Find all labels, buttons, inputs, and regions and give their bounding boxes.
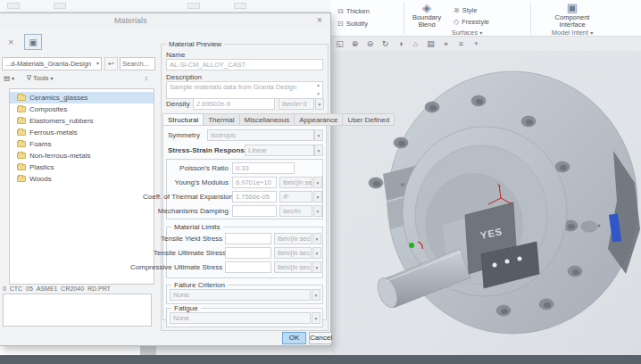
scroll-down-icon[interactable]: ▼ [314,92,322,96]
fatigue-dropdown[interactable]: None [170,312,311,324]
datum-display-icon[interactable]: ⌖ [440,38,452,50]
tree-item-plastics[interactable]: Plastics [10,161,154,173]
sort-icon: ↕ [145,74,148,82]
fatigue-dropdown-arrow[interactable]: ▾ [312,312,320,324]
tree-toolbar: ▤ ▾ ∇ Tools ▾ ↕ [4,74,155,86]
boundary-blend-button[interactable]: ◈ Boundary Blend [407,2,446,32]
component-interface-button[interactable]: ▣ Component Interface [548,2,596,32]
status-bar [0,355,641,364]
annotation-display-icon[interactable]: ≡ [455,38,467,50]
tree-item-ferrous-metals[interactable]: Ferrous-metals [10,127,154,138]
tree-item-elastomers-rubbers[interactable]: Elastomers_rubbers [10,115,154,127]
chevron-down-icon: ▾ [96,58,99,70]
model-intent-group-label[interactable]: Model Intent ▾ [532,29,612,37]
tree-item-composites[interactable]: Composites [10,103,154,115]
view-manager-icon[interactable]: ▤ [425,38,437,50]
folder-icon [17,95,26,101]
cancel-button[interactable]: Cancel [309,332,332,344]
style-icon: ≋ [454,6,460,14]
freestyle-icon: ◇ [454,18,459,26]
refit-icon[interactable]: ◱ [334,38,345,50]
panel-divider [140,346,156,355]
surfaces-group-label[interactable]: Surfaces ▾ [405,29,529,37]
library-back-button[interactable]: ↩ [104,57,118,70]
youngs-modulus-field[interactable]: 6.9701e+10 [232,177,277,188]
tensile-yield-field[interactable] [225,233,271,244]
tree-item-non-ferrous-metals[interactable]: Non-ferrous-metals [10,150,154,161]
tree-item-ceramics-glasses[interactable]: Ceramics_glasses [10,92,154,103]
model-canvas[interactable]: YES [331,51,641,355]
tab-structural[interactable]: Structural [162,113,204,126]
model-file-label: 0_CTC_05_ASME1_CR2040_RD.PRT [3,285,111,292]
failure-criterion-dropdown[interactable]: None [170,289,311,301]
mechanisms-damping-field[interactable] [232,205,277,217]
display-style-icon[interactable]: ◑ [395,38,406,50]
scroll-up-icon[interactable]: ▲ [314,83,322,87]
chevron-down-icon: ▾ [590,30,593,36]
density-value-field[interactable]: 2.69902e-9 [193,98,275,110]
dialog-titlebar[interactable]: Materials × [0,13,330,29]
materials-in-model-list[interactable] [3,294,152,327]
tab-thermal[interactable]: Thermal [204,113,239,126]
tensile-ultimate-field[interactable] [225,247,271,259]
freestyle-button[interactable]: ◇ Freestyle [454,16,489,27]
tab-user-defined[interactable]: User Defined [343,113,395,126]
mechanisms-damping-unit-dropdown[interactable]: ▾ [313,205,322,217]
material-library-dropdown[interactable]: ...d-Materials_Granta-Design ▾ [2,57,102,70]
material-category-tree[interactable]: Ceramics_glasses Composites Elastomers_r… [9,88,154,285]
tensile-ultimate-unit: lbm/(in sec^2) [274,247,312,259]
stress-strain-dropdown[interactable]: Linear [245,145,314,156]
spin-center-icon[interactable]: + [470,38,482,50]
chevron-down-icon: ▾ [12,75,14,81]
stress-strain-dropdown-arrow[interactable]: ▾ [314,145,323,156]
compressive-ultimate-unit: lbm/(in sec^2) [274,261,312,273]
thermal-expansion-field[interactable]: 1.7566e-05 [232,191,277,203]
folder-icon [17,153,26,159]
tensile-ultimate-unit-dropdown[interactable]: ▾ [312,247,321,259]
compressive-ultimate-unit-dropdown[interactable]: ▾ [312,261,321,273]
boundary-blend-icon: ◈ [422,2,431,14]
zoom-in-icon[interactable]: ⊕ [349,38,361,50]
close-icon[interactable]: × [314,15,325,25]
folder-icon [17,164,26,170]
delete-material-icon[interactable]: × [8,37,13,47]
symmetry-dropdown[interactable]: Isotropic [207,129,314,141]
component-interface-icon: ▣ [567,2,578,14]
zoom-out-icon[interactable]: ⊖ [364,38,376,50]
preview-toggle-icon[interactable]: ▣ [24,34,42,50]
symmetry-dropdown-arrow[interactable]: ▾ [314,129,323,141]
density-unit-dropdown[interactable]: ▾ [315,98,324,110]
chevron-down-icon: ▾ [51,75,54,81]
thermal-expansion-label: Coeff. of Thermal Expansion [143,193,229,201]
thermal-expansion-unit: /F [279,191,312,203]
ribbon-separator [530,2,531,34]
creo-application-window: ⊟ Thicken ⊡ Solidify ◈ Boundary Blend ≋ … [0,0,641,364]
failure-criterion-dropdown-arrow[interactable]: ▾ [312,289,320,301]
folder-icon [17,106,26,112]
ribbon-group-model-intent: ▣ Component Interface Model Intent ▾ [532,0,612,37]
thicken-button[interactable]: ⊟ Thicken [337,5,370,16]
youngs-modulus-unit-dropdown[interactable]: ▾ [313,177,322,188]
tree-item-woods[interactable]: Woods [10,173,154,185]
tensile-yield-unit-dropdown[interactable]: ▾ [312,233,321,244]
sort-button[interactable]: ↕ [145,74,148,82]
name-field[interactable]: AL-Si-CM_ALLOY_CAST [166,59,323,70]
description-field[interactable]: Sample materials data from Granta Design [166,81,323,99]
compressive-ultimate-field[interactable] [225,261,271,273]
ok-button[interactable]: OK [282,332,306,344]
repaint-icon[interactable]: ↻ [379,38,391,50]
tools-menu-button[interactable]: ∇ Tools ▾ [27,74,54,82]
saved-orientations-icon[interactable]: ⌂ [410,38,421,50]
tab-appearance[interactable]: Appearance [295,113,343,126]
search-input[interactable] [120,57,155,70]
ribbon-fragment-icon [187,3,200,9]
thermal-expansion-unit-dropdown[interactable]: ▾ [313,191,322,203]
3d-viewport[interactable]: YES [331,51,641,355]
solidify-button[interactable]: ⊡ Solidify [337,18,368,29]
model-tree-remnant [0,346,140,355]
tree-item-foams[interactable]: Foams [10,138,154,150]
view-mode-button[interactable]: ▤ ▾ [4,74,14,82]
tab-miscellaneous[interactable]: Miscellaneous [240,113,296,126]
style-button[interactable]: ≋ Style [454,4,477,15]
poissons-ratio-field[interactable]: 0.33 [232,162,295,174]
